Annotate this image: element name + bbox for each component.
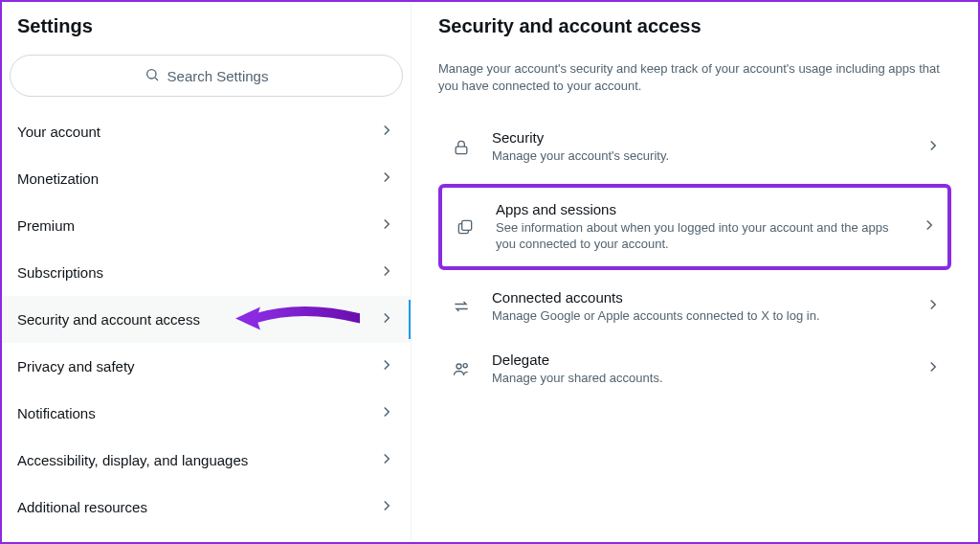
row-text: Connected accounts Manage Google or Appl… xyxy=(492,289,907,325)
row-text: Delegate Manage your shared accounts. xyxy=(492,351,907,387)
settings-window: Settings Search Settings Your account Mo… xyxy=(0,0,980,544)
search-input[interactable]: Search Settings xyxy=(10,55,403,97)
chevron-right-icon xyxy=(378,403,395,423)
chevron-right-icon xyxy=(378,169,395,189)
row-title: Delegate xyxy=(492,351,907,368)
sidebar-item-security[interactable]: Security and account access xyxy=(2,296,411,343)
sidebar-item-your-account[interactable]: Your account xyxy=(2,108,411,155)
chevron-right-icon xyxy=(378,262,395,283)
sidebar-item-additional[interactable]: Additional resources xyxy=(2,484,411,531)
search-icon xyxy=(145,67,160,85)
sidebar-item-label: Security and account access xyxy=(17,311,200,328)
swap-icon xyxy=(448,297,475,316)
page-title: Security and account access xyxy=(438,15,951,60)
row-desc: Manage Google or Apple accounts connecte… xyxy=(492,307,907,325)
chevron-right-icon xyxy=(378,497,395,517)
chevron-right-icon xyxy=(378,122,395,142)
svg-line-1 xyxy=(155,78,158,80)
search-wrap: Search Settings xyxy=(2,55,411,108)
sidebar-item-label: Premium xyxy=(17,217,75,234)
apps-icon xyxy=(452,217,479,237)
sidebar-item-privacy[interactable]: Privacy and safety xyxy=(2,343,411,390)
row-security[interactable]: Security Manage your account's security. xyxy=(438,116,951,178)
page-description: Manage your account's security and keep … xyxy=(438,60,951,116)
row-text: Apps and sessions See information about … xyxy=(496,201,903,253)
row-title: Connected accounts xyxy=(492,289,907,306)
annotation-arrow-icon xyxy=(235,299,360,340)
row-text: Security Manage your account's security. xyxy=(492,129,907,165)
sidebar-item-label: Accessibility, display, and languages xyxy=(17,452,248,468)
row-connected-accounts[interactable]: Connected accounts Manage Google or Appl… xyxy=(438,276,951,338)
svg-point-5 xyxy=(457,364,461,369)
sidebar-item-label: Additional resources xyxy=(17,499,147,515)
sidebar-item-monetization[interactable]: Monetization xyxy=(2,155,411,202)
chevron-right-icon xyxy=(924,137,942,158)
chevron-right-icon xyxy=(378,356,395,376)
row-delegate[interactable]: Delegate Manage your shared accounts. xyxy=(438,338,951,400)
chevron-right-icon xyxy=(921,216,938,238)
people-icon xyxy=(448,359,475,378)
sidebar-item-subscriptions[interactable]: Subscriptions xyxy=(2,249,411,296)
chevron-right-icon xyxy=(378,450,395,470)
sidebar-item-accessibility[interactable]: Accessibility, display, and languages xyxy=(2,437,411,484)
main-panel: Security and account access Manage your … xyxy=(412,2,978,542)
sidebar-item-label: Privacy and safety xyxy=(17,358,135,374)
svg-rect-3 xyxy=(456,147,467,154)
row-desc: Manage your account's security. xyxy=(492,147,907,165)
sidebar-title: Settings xyxy=(2,2,411,55)
sidebar-item-premium[interactable]: Premium xyxy=(2,202,411,249)
sidebar-item-label: Your account xyxy=(17,124,100,140)
svg-rect-4 xyxy=(462,220,472,230)
settings-list: Security Manage your account's security.… xyxy=(438,116,951,399)
chevron-right-icon xyxy=(378,215,395,236)
row-title: Security xyxy=(492,129,907,146)
sidebar: Settings Search Settings Your account Mo… xyxy=(2,2,412,542)
row-desc: Manage your shared accounts. xyxy=(492,370,907,387)
row-apps-sessions[interactable]: Apps and sessions See information about … xyxy=(438,184,951,270)
sidebar-item-label: Notifications xyxy=(17,405,96,421)
svg-marker-2 xyxy=(235,306,260,329)
svg-point-0 xyxy=(146,69,155,78)
sidebar-item-notifications[interactable]: Notifications xyxy=(2,390,411,437)
svg-point-6 xyxy=(463,363,467,367)
sidebar-item-label: Subscriptions xyxy=(17,264,103,281)
row-desc: See information about when you logged in… xyxy=(496,219,903,253)
search-placeholder: Search Settings xyxy=(167,68,269,84)
chevron-right-icon xyxy=(924,296,942,317)
chevron-right-icon xyxy=(924,358,942,379)
sidebar-nav: Your account Monetization Premium Subscr… xyxy=(2,108,411,542)
row-title: Apps and sessions xyxy=(496,201,903,217)
lock-icon xyxy=(448,138,475,157)
chevron-right-icon xyxy=(378,309,395,329)
sidebar-item-label: Monetization xyxy=(17,170,99,187)
